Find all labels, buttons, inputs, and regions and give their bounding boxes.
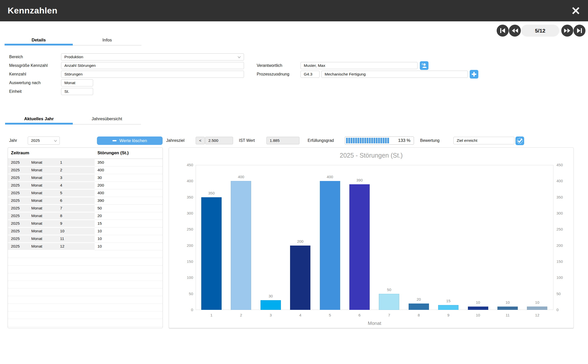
progress-segment bbox=[369, 138, 371, 143]
cell-value: 10 bbox=[97, 229, 102, 233]
y-axis-tick-label-right: 450 bbox=[556, 163, 572, 167]
jahr-value: 2025 bbox=[31, 138, 40, 143]
table-empty-row[interactable] bbox=[8, 296, 163, 304]
chart-title: 2025 - Störungen (St.) bbox=[169, 152, 573, 159]
kennzahl-input[interactable]: Störungen bbox=[61, 71, 244, 78]
cell-value: 10 bbox=[97, 244, 102, 249]
cell-month: 10 bbox=[60, 229, 64, 233]
row-value-cell bbox=[95, 159, 163, 166]
bewertung-check-button[interactable] bbox=[515, 136, 524, 145]
table-row[interactable]: 2025Monat4200 bbox=[8, 182, 163, 189]
close-button[interactable] bbox=[570, 5, 582, 17]
tab-infos-label: Infos bbox=[103, 38, 112, 43]
table-row[interactable]: 2025Monat5400 bbox=[8, 189, 163, 197]
tab-aktuelles-jahr[interactable]: Aktuelles Jahr bbox=[5, 114, 73, 124]
table-empty-row[interactable] bbox=[8, 311, 163, 319]
table-row[interactable]: 2025Monat1110 bbox=[8, 235, 163, 243]
jahresziel-operator[interactable]: < bbox=[196, 137, 205, 144]
row-period-block bbox=[8, 243, 95, 250]
row-period-block bbox=[8, 159, 95, 166]
table-row[interactable]: 2025Monat1010 bbox=[8, 227, 163, 235]
jahr-label: Jahr bbox=[9, 137, 17, 144]
messgroesse-input[interactable]: Anzahl Störungen bbox=[61, 62, 244, 69]
next-page-button[interactable] bbox=[561, 25, 573, 37]
table-row[interactable]: 2025Monat2400 bbox=[8, 166, 163, 174]
cell-year: 2025 bbox=[11, 183, 20, 188]
table-empty-row[interactable] bbox=[8, 273, 163, 281]
auswertung-input[interactable]: Monat bbox=[61, 79, 93, 86]
tab-aktuelles-jahr-underline bbox=[5, 123, 73, 125]
cell-value: 15 bbox=[97, 221, 102, 226]
cell-year: 2025 bbox=[11, 175, 20, 180]
table-row[interactable]: 2025Monat1210 bbox=[8, 243, 163, 250]
werte-loeschen-button[interactable]: Werte löschen bbox=[97, 136, 163, 145]
table-row[interactable]: 2025Monat820 bbox=[8, 212, 163, 220]
messgroesse-label: Messgröße Kennzahl bbox=[9, 62, 48, 69]
bar-value-label: 390 bbox=[348, 178, 371, 182]
row-period-block bbox=[8, 228, 95, 235]
table-row[interactable]: 2025Monat915 bbox=[8, 220, 163, 227]
cell-month: 8 bbox=[60, 214, 62, 218]
last-page-button[interactable] bbox=[573, 25, 585, 37]
chart-bar bbox=[468, 307, 488, 310]
bewertung-input[interactable]: Ziel erreicht bbox=[453, 137, 514, 144]
cell-value: 50 bbox=[97, 206, 102, 210]
werte-loeschen-label: Werte löschen bbox=[119, 138, 147, 143]
table-row[interactable]: 2025Monat330 bbox=[8, 174, 163, 182]
table-empty-row[interactable] bbox=[8, 258, 163, 266]
table-empty-row[interactable] bbox=[8, 250, 163, 258]
bereich-select[interactable]: Produktion bbox=[61, 53, 244, 60]
row-period-block bbox=[8, 182, 95, 189]
prozess-name-input[interactable]: Mechanische Fertigung bbox=[321, 71, 468, 78]
progress-segment bbox=[362, 138, 364, 143]
cell-month: 9 bbox=[60, 221, 62, 226]
previous-page-button[interactable] bbox=[509, 25, 521, 37]
table-empty-row[interactable] bbox=[8, 289, 163, 296]
cell-period-type: Monat bbox=[31, 229, 42, 233]
tab-jahresuebersicht-label: Jahresübersicht bbox=[92, 116, 122, 122]
table-empty-row[interactable] bbox=[8, 304, 163, 311]
y-axis-tick-label: 150 bbox=[178, 259, 193, 264]
y-axis-tick-label-right: 50 bbox=[556, 292, 572, 296]
jahresziel-value-box[interactable]: 2.500 bbox=[205, 137, 233, 144]
table-empty-row[interactable] bbox=[8, 266, 163, 273]
y-axis-tick-label: 300 bbox=[178, 211, 193, 216]
x-axis-tick-label: 4 bbox=[289, 313, 312, 317]
jahr-select[interactable]: 2025 bbox=[28, 136, 60, 145]
row-period-block bbox=[8, 174, 95, 181]
cell-value: 30 bbox=[97, 175, 102, 180]
x-axis-tick-label: 3 bbox=[259, 313, 282, 317]
progress-segment bbox=[380, 138, 382, 143]
table-row[interactable]: 2025Monat750 bbox=[8, 205, 163, 212]
einheit-input[interactable]: St. bbox=[61, 88, 93, 95]
table-row[interactable]: 2025Monat6390 bbox=[8, 197, 163, 205]
cell-month: 7 bbox=[60, 206, 62, 210]
bewertung-label: Bewertung bbox=[420, 137, 440, 144]
verantwortlich-input[interactable]: Muster, Max bbox=[300, 62, 418, 69]
tab-infos[interactable]: Infos bbox=[73, 35, 141, 45]
add-process-button[interactable] bbox=[470, 70, 478, 79]
cell-year: 2025 bbox=[11, 191, 20, 195]
cell-period-type: Monat bbox=[31, 191, 42, 195]
table-empty-row[interactable] bbox=[8, 319, 163, 327]
cell-period-type: Monat bbox=[31, 160, 42, 165]
erfuellungsgrad-percent-value: 133 % bbox=[398, 138, 410, 143]
prozess-code-input[interactable]: G4.3 bbox=[300, 71, 320, 78]
cell-month: 3 bbox=[60, 175, 62, 180]
table-empty-row[interactable] bbox=[8, 281, 163, 289]
progress-segment bbox=[353, 138, 355, 143]
table-row[interactable]: 2025Monat1350 bbox=[8, 159, 163, 166]
select-person-button[interactable] bbox=[420, 61, 428, 70]
first-page-button[interactable] bbox=[497, 25, 509, 37]
row-value-cell bbox=[95, 197, 163, 205]
chart-panel: 2025 - Störungen (St.) 00505010010015015… bbox=[169, 147, 574, 328]
row-period-block bbox=[8, 190, 95, 196]
cell-year: 2025 bbox=[11, 221, 20, 226]
column-header-stoerungen: Störungen (St.) bbox=[97, 150, 129, 156]
bereich-label: Bereich bbox=[9, 53, 23, 60]
row-period-block bbox=[8, 213, 95, 219]
chart-bar bbox=[409, 304, 429, 310]
cell-period-type: Monat bbox=[31, 221, 42, 226]
tab-jahresuebersicht[interactable]: Jahresübersicht bbox=[73, 114, 141, 124]
x-axis-tick-label: 6 bbox=[348, 313, 371, 317]
